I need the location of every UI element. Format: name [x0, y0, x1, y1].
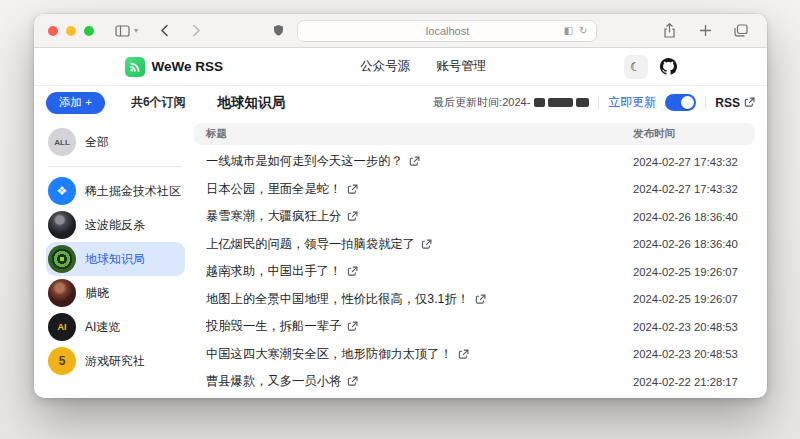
external-link-icon	[458, 349, 469, 360]
sidebar-divider	[48, 166, 181, 167]
chevron-down-icon[interactable]: ▾	[134, 26, 138, 35]
sidebar-feed-item[interactable]: ❖ 稀土掘金技术社区	[46, 174, 185, 208]
article-title: 上亿烟民的问题，领导一拍脑袋就定了	[206, 236, 415, 253]
github-icon	[660, 58, 677, 75]
feed-label: 游戏研究社	[85, 353, 145, 370]
publish-time: 2024-02-22 21:28:17	[633, 376, 743, 388]
subscription-count: 共6个订阅	[131, 94, 186, 111]
address-bar[interactable]: localhost ◧ ↻	[297, 20, 597, 42]
back-icon[interactable]	[154, 21, 174, 41]
external-link-icon	[347, 211, 358, 222]
sidebar-feed-item[interactable]: 腊晓	[46, 276, 185, 310]
forward-icon[interactable]	[186, 21, 206, 41]
share-icon[interactable]	[659, 21, 679, 41]
feed-sidebar: ALL 全部 ❖ 稀土掘金技术社区 这波能反杀	[46, 121, 185, 398]
dark-mode-toggle[interactable]: ☾	[624, 55, 648, 79]
article-link[interactable]: 地图上的全景中国地理，性价比很高，仅3.1折！	[206, 291, 633, 308]
external-link-icon	[347, 376, 358, 387]
feed-avatar-icon	[48, 279, 76, 307]
article-title: 曹县爆款，又多一员小将	[206, 373, 341, 390]
sidebar-item-all[interactable]: ALL 全部	[46, 125, 185, 159]
feed-label: 全部	[85, 134, 109, 151]
brand: WeWe RSS	[125, 57, 224, 77]
article-link[interactable]: 暴雪寒潮，大疆疯狂上分	[206, 208, 633, 225]
current-feed-title: 地球知识局	[218, 94, 286, 112]
nav-accounts[interactable]: 账号管理	[436, 58, 486, 75]
app-header: WeWe RSS 公众号源 账号管理 ☾	[34, 48, 767, 86]
tab-overview-icon[interactable]	[731, 21, 751, 41]
publish-time: 2024-02-27 17:43:32	[633, 156, 743, 168]
article-link[interactable]: 越南求助，中国出手了！	[206, 263, 633, 280]
column-title: 标题	[206, 127, 633, 141]
translate-icon[interactable]: ◧	[564, 25, 573, 36]
redacted-timestamp	[534, 98, 589, 107]
article-link[interactable]: 中国这四大寒潮安全区，地形防御力太顶了！	[206, 346, 633, 363]
wewe-rss-logo-icon	[125, 57, 145, 77]
article-title: 日本公园，里面全是蛇！	[206, 181, 341, 198]
article-link[interactable]: 一线城市是如何走到今天这一步的？	[206, 153, 633, 170]
add-feed-button[interactable]: 添加 +	[46, 92, 105, 114]
publish-time: 2024-02-23 20:48:53	[633, 348, 743, 360]
column-publish-time: 发布时间	[633, 127, 743, 141]
external-link-icon	[421, 239, 432, 250]
feed-enabled-toggle[interactable]	[665, 94, 696, 111]
article-list: 一线城市是如何走到今天这一步的？ 2024-02-27 17:43:32 日本公…	[194, 148, 755, 396]
sidebar-feed-item[interactable]: AI AI速览	[46, 310, 185, 344]
table-row: 地图上的全景中国地理，性价比很高，仅3.1折！ 2024-02-25 19:26…	[194, 286, 755, 314]
article-link[interactable]: 投胎毁一生，拆船一辈子	[206, 318, 633, 335]
privacy-shield-icon[interactable]	[269, 21, 289, 41]
table-row: 日本公园，里面全是蛇！ 2024-02-27 17:43:32	[194, 176, 755, 204]
feed-avatar-icon: ❖	[48, 177, 76, 205]
feed-label: 这波能反杀	[85, 217, 145, 234]
external-link-icon	[347, 266, 358, 277]
table-row: 上亿烟民的问题，领导一拍脑袋就定了 2024-02-26 18:36:40	[194, 231, 755, 259]
feed-list: ❖ 稀土掘金技术社区 这波能反杀 地球知识局	[46, 174, 185, 378]
feed-label: 地球知识局	[85, 251, 145, 268]
article-title: 地图上的全景中国地理，性价比很高，仅3.1折！	[206, 291, 469, 308]
divider	[598, 96, 599, 109]
article-link[interactable]: 日本公园，里面全是蛇！	[206, 181, 633, 198]
app-nav: 公众号源 账号管理	[360, 58, 486, 75]
feed-toolbar: 添加 + 共6个订阅 地球知识局 最后更新时间:2024- 立即更新 RSS	[34, 86, 767, 119]
table-row: 曹县爆款，又多一员小将 2024-02-22 21:28:17	[194, 368, 755, 396]
feed-avatar-icon: 5	[48, 347, 76, 375]
article-title: 暴雪寒潮，大疆疯狂上分	[206, 208, 341, 225]
external-link-icon	[744, 97, 755, 108]
feed-avatar-icon	[48, 211, 76, 239]
nav-feeds[interactable]: 公众号源	[360, 58, 410, 75]
sidebar-feed-item[interactable]: 地球知识局	[46, 242, 185, 276]
new-tab-icon[interactable]	[695, 21, 715, 41]
article-link[interactable]: 曹县爆款，又多一员小将	[206, 373, 633, 390]
github-link[interactable]	[660, 58, 677, 75]
feed-label: 稀土掘金技术社区	[85, 183, 181, 200]
fullscreen-button[interactable]	[84, 26, 94, 36]
table-row: 暴雪寒潮，大疆疯狂上分 2024-02-26 18:36:40	[194, 203, 755, 231]
browser-toolbar: ▾ localhost ◧ ↻	[34, 14, 767, 48]
rss-link[interactable]: RSS	[715, 96, 755, 110]
moon-icon: ☾	[630, 60, 641, 74]
browser-window: ▾ localhost ◧ ↻	[34, 14, 767, 398]
article-title: 中国这四大寒潮安全区，地形防御力太顶了！	[206, 346, 452, 363]
sidebar-toggle-icon[interactable]	[112, 21, 132, 41]
publish-time: 2024-02-26 18:36:40	[633, 238, 743, 250]
app-title: WeWe RSS	[152, 59, 224, 74]
sidebar-feed-item[interactable]: 这波能反杀	[46, 208, 185, 242]
update-now-button[interactable]: 立即更新	[608, 94, 656, 111]
reload-icon[interactable]: ↻	[579, 25, 587, 36]
publish-time: 2024-02-25 19:26:07	[633, 266, 743, 278]
article-title: 投胎毁一生，拆船一辈子	[206, 318, 341, 335]
external-link-icon	[409, 156, 420, 167]
minimize-button[interactable]	[66, 26, 76, 36]
table-row: 中国这四大寒潮安全区，地形防御力太顶了！ 2024-02-23 20:48:53	[194, 341, 755, 369]
desktop-background: ▾ localhost ◧ ↻	[0, 0, 800, 439]
table-row: 一线城市是如何走到今天这一步的？ 2024-02-27 17:43:32	[194, 148, 755, 176]
traffic-lights	[48, 26, 94, 36]
article-title: 一线城市是如何走到今天这一步的？	[206, 153, 403, 170]
publish-time: 2024-02-27 17:43:32	[633, 183, 743, 195]
close-button[interactable]	[48, 26, 58, 36]
external-link-icon	[475, 294, 486, 305]
feed-label: AI速览	[85, 319, 120, 336]
url-text: localhost	[332, 25, 564, 37]
sidebar-feed-item[interactable]: 5 游戏研究社	[46, 344, 185, 378]
article-link[interactable]: 上亿烟民的问题，领导一拍脑袋就定了	[206, 236, 633, 253]
